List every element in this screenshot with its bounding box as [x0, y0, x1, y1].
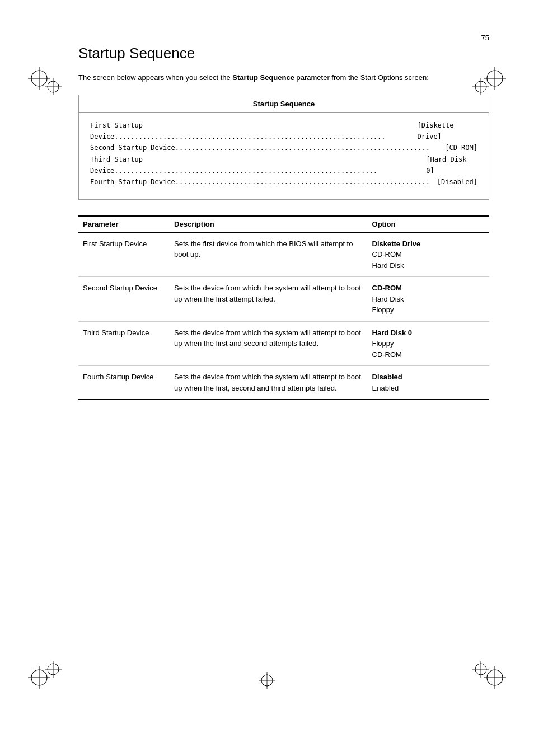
param-cell-2: Third Startup Device [78, 321, 170, 366]
option-cell-2: Hard Disk 0FloppyCD-ROM [368, 321, 489, 366]
page-number: 75 [481, 34, 489, 42]
screen-row-4-value: [Disabled] [437, 176, 477, 187]
param-cell-1: Second Startup Device [78, 277, 170, 322]
option-item: Hard Disk [372, 260, 485, 271]
param-table: Parameter Description Option First Start… [78, 215, 489, 401]
param-cell-0: First Startup Device [78, 232, 170, 277]
option-item: Disabled [372, 372, 485, 383]
content-area: Startup Sequence The screen below appear… [78, 45, 489, 400]
screen-row-2-label: Second Startup Device...................… [90, 142, 430, 153]
option-item: Hard Disk [372, 294, 485, 305]
table-row: Fourth Startup DeviceSets the device fro… [78, 366, 489, 400]
col-header-desc: Description [170, 216, 367, 232]
screen-box-header: Startup Sequence [79, 95, 489, 113]
option-item: CD-ROM [372, 249, 485, 260]
screen-box: Startup Sequence First Startup Device...… [78, 95, 489, 200]
screen-box-body: First Startup Device....................… [79, 113, 489, 199]
option-item: CD-ROM [372, 283, 485, 294]
option-item: CD-ROM [372, 349, 485, 360]
screen-row-3-label: Third Startup Device....................… [90, 154, 426, 177]
page-title: Startup Sequence [78, 45, 489, 62]
option-item: Enabled [372, 383, 485, 394]
screen-row-2-value: [CD-ROM] [445, 142, 477, 153]
screen-row-4: Fourth Startup Device...................… [90, 176, 477, 187]
corner-mark-inner-tl [45, 78, 62, 95]
desc-cell-0: Sets the first device from which the BIO… [170, 232, 367, 277]
desc-cell-2: Sets the device from which the system wi… [170, 321, 367, 366]
col-header-param: Parameter [78, 216, 170, 232]
screen-row-2: Second Startup Device...................… [90, 142, 477, 153]
corner-mark-inner-tr [472, 78, 489, 95]
intro-text-after: parameter from the Start Options screen: [294, 73, 429, 82]
screen-row-1-label: First Startup Device....................… [90, 120, 418, 143]
intro-text-before: The screen below appears when you select… [78, 73, 232, 82]
option-item: Hard Disk 0 [372, 327, 485, 339]
page-container: 75 Startup Sequence The screen below app… [0, 0, 534, 756]
option-cell-0: Diskette DriveCD-ROMHard Disk [368, 232, 489, 277]
intro-paragraph: The screen below appears when you select… [78, 72, 489, 83]
screen-row-3: Third Startup Device....................… [90, 154, 477, 177]
screen-row-4-label: Fourth Startup Device...................… [90, 176, 430, 187]
option-item: Floppy [372, 304, 485, 316]
screen-row-3-value: [Hard Disk 0] [426, 154, 477, 177]
corner-mark-inner-bl [45, 661, 62, 678]
intro-bold: Startup Sequence [232, 73, 294, 82]
corner-mark-inner-br [472, 661, 489, 678]
corner-mark-bc [259, 672, 275, 689]
param-cell-3: Fourth Startup Device [78, 366, 170, 400]
table-row: First Startup DeviceSets the first devic… [78, 232, 489, 277]
option-cell-3: DisabledEnabled [368, 366, 489, 400]
option-cell-1: CD-ROMHard DiskFloppy [368, 277, 489, 322]
desc-cell-1: Sets the device from which the system wi… [170, 277, 367, 322]
screen-row-1: First Startup Device....................… [90, 120, 477, 143]
col-header-option: Option [368, 216, 489, 232]
option-item: Floppy [372, 338, 485, 349]
table-row: Third Startup DeviceSets the device from… [78, 321, 489, 366]
table-row: Second Startup DeviceSets the device fro… [78, 277, 489, 322]
table-header-row: Parameter Description Option [78, 216, 489, 232]
screen-row-1-value: [Diskette Drive] [418, 120, 478, 143]
option-item: Diskette Drive [372, 238, 485, 250]
desc-cell-3: Sets the device from which the system wi… [170, 366, 367, 400]
